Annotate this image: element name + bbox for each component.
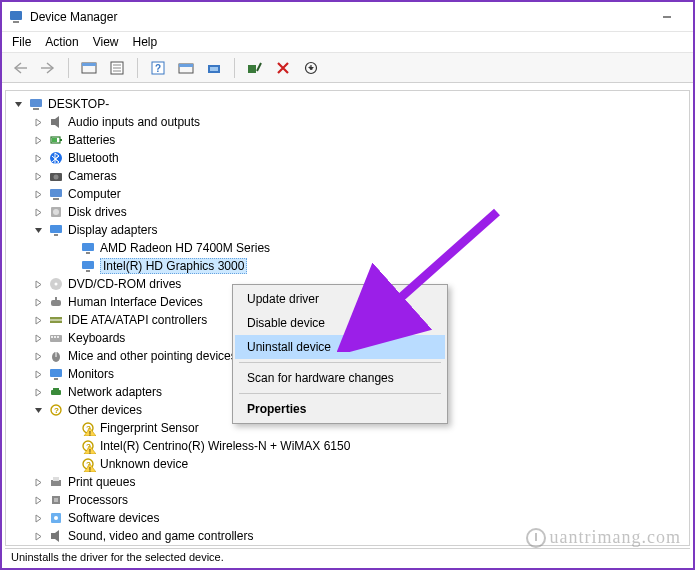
expand-icon[interactable] <box>32 188 44 200</box>
cm-properties[interactable]: Properties <box>235 397 445 421</box>
category-icon <box>48 114 64 130</box>
tree-category[interactable]: Print queues <box>12 473 689 491</box>
cm-disable-device[interactable]: Disable device <box>235 311 445 335</box>
expand-icon[interactable] <box>32 368 44 380</box>
expand-icon[interactable] <box>32 530 44 542</box>
expand-icon[interactable] <box>32 296 44 308</box>
collapse-icon[interactable] <box>12 98 24 110</box>
category-icon <box>48 204 64 220</box>
menu-file[interactable]: File <box>12 35 31 49</box>
svg-rect-21 <box>33 108 39 110</box>
expand-icon[interactable] <box>32 134 44 146</box>
category-icon <box>48 384 64 400</box>
svg-point-40 <box>55 283 58 286</box>
svg-marker-19 <box>308 67 314 70</box>
menu-action[interactable]: Action <box>45 35 78 49</box>
tree-category[interactable]: Disk drives <box>12 203 689 221</box>
action-button[interactable] <box>174 56 198 80</box>
tree-category[interactable]: Display adapters <box>12 221 689 239</box>
show-hidden-button[interactable] <box>77 56 101 80</box>
tree-category[interactable]: Processors <box>12 491 689 509</box>
category-label: DVD/CD-ROM drives <box>68 277 181 291</box>
svg-rect-35 <box>82 243 94 251</box>
tree-category[interactable]: Cameras <box>12 167 689 185</box>
help-button[interactable]: ? <box>146 56 170 80</box>
expand-icon[interactable] <box>32 476 44 488</box>
category-label: Mice and other pointing devices <box>68 349 237 363</box>
category-label: Processors <box>68 493 128 507</box>
tree-root[interactable]: DESKTOP- <box>12 95 689 113</box>
expand-icon[interactable] <box>32 116 44 128</box>
expand-icon[interactable] <box>32 206 44 218</box>
category-label: Audio inputs and outputs <box>68 115 200 129</box>
menu-view[interactable]: View <box>93 35 119 49</box>
expand-icon[interactable] <box>32 512 44 524</box>
forward-button[interactable] <box>36 56 60 80</box>
svg-text:!: ! <box>89 448 91 455</box>
tree-category[interactable]: Bluetooth <box>12 149 689 167</box>
expand-icon[interactable] <box>32 494 44 506</box>
svg-rect-46 <box>51 336 53 338</box>
tree-device[interactable]: ?!Unknown device <box>12 455 689 473</box>
svg-rect-38 <box>86 270 90 272</box>
tree-category[interactable]: Software devices <box>12 509 689 527</box>
tree-category[interactable]: Batteries <box>12 131 689 149</box>
expand-icon[interactable] <box>32 350 44 362</box>
device-label: Intel(R) HD Graphics 3000 <box>100 258 247 274</box>
expand-icon[interactable] <box>32 314 44 326</box>
svg-rect-34 <box>54 234 58 236</box>
category-icon <box>48 492 64 508</box>
collapse-icon[interactable] <box>32 404 44 416</box>
menu-help[interactable]: Help <box>133 35 158 49</box>
tree-device[interactable]: Intel(R) HD Graphics 3000 <box>12 257 689 275</box>
back-button[interactable] <box>8 56 32 80</box>
device-label: Fingerprint Sensor <box>100 421 199 435</box>
statusbar-text: Uninstalls the driver for the selected d… <box>11 551 224 563</box>
category-icon <box>48 132 64 148</box>
cm-scan-hardware[interactable]: Scan for hardware changes <box>235 366 445 390</box>
expand-icon[interactable] <box>32 332 44 344</box>
category-icon <box>48 186 64 202</box>
svg-rect-0 <box>10 11 22 20</box>
svg-rect-36 <box>86 252 90 254</box>
uninstall-button[interactable] <box>271 56 295 80</box>
watermark-icon <box>526 528 546 548</box>
minimize-button[interactable] <box>647 3 687 31</box>
cm-update-driver[interactable]: Update driver <box>235 287 445 311</box>
tree-category[interactable]: Audio inputs and outputs <box>12 113 689 131</box>
svg-rect-24 <box>60 139 62 141</box>
expand-icon[interactable] <box>32 170 44 182</box>
category-label: Monitors <box>68 367 114 381</box>
expand-icon[interactable] <box>32 386 44 398</box>
collapse-icon[interactable] <box>32 224 44 236</box>
tree-category[interactable]: Computer <box>12 185 689 203</box>
svg-text:?: ? <box>155 63 161 74</box>
properties-button[interactable] <box>105 56 129 80</box>
category-icon <box>48 276 64 292</box>
device-label: Unknown device <box>100 457 188 471</box>
category-label: Display adapters <box>68 223 157 237</box>
expand-icon[interactable] <box>32 152 44 164</box>
svg-point-74 <box>54 516 58 520</box>
toolbar-separator <box>234 58 235 78</box>
disable-button[interactable] <box>299 56 323 80</box>
device-label: Intel(R) Centrino(R) Wireless-N + WiMAX … <box>100 439 350 453</box>
svg-rect-75 <box>51 533 55 539</box>
svg-rect-53 <box>51 390 61 395</box>
svg-rect-14 <box>179 64 193 67</box>
device-icon: ?! <box>80 438 96 454</box>
svg-rect-33 <box>50 225 62 233</box>
toolbar-separator <box>68 58 69 78</box>
cm-uninstall-device[interactable]: Uninstall device <box>235 335 445 359</box>
svg-rect-30 <box>53 198 59 200</box>
category-icon <box>48 222 64 238</box>
update-driver-button[interactable] <box>202 56 226 80</box>
scan-hardware-button[interactable] <box>243 56 267 80</box>
expand-icon[interactable] <box>32 278 44 290</box>
toolbar: ? <box>2 53 693 83</box>
tree-device[interactable]: ?!Intel(R) Centrino(R) Wireless-N + WiMA… <box>12 437 689 455</box>
tree-device[interactable]: AMD Radeon HD 7400M Series <box>12 239 689 257</box>
svg-rect-37 <box>82 261 94 269</box>
category-label: Computer <box>68 187 121 201</box>
category-icon <box>48 312 64 328</box>
